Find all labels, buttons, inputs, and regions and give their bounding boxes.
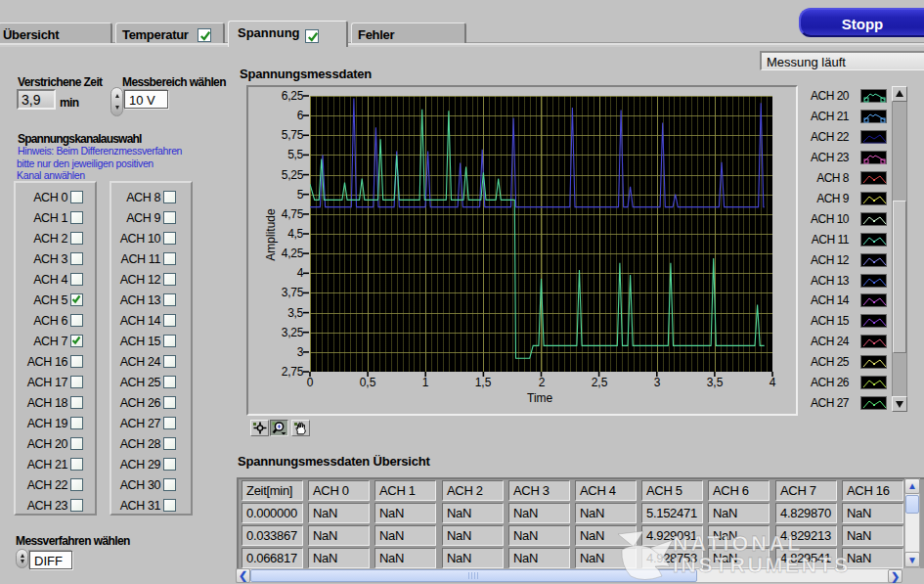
svg-text:INSTRUMENTS: INSTRUMENTS — [673, 554, 851, 577]
svg-text:NATIONAL: NATIONAL — [673, 532, 803, 556]
